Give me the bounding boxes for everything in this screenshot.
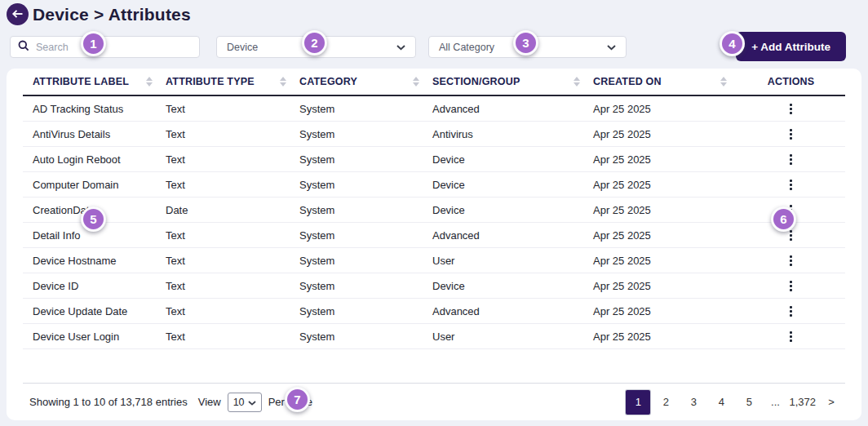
category-cell: System xyxy=(299,179,432,191)
row-actions-kebab-icon[interactable] xyxy=(783,330,799,344)
attribute-type-cell: Text xyxy=(166,331,299,343)
created-on-cell: Apr 25 2025 xyxy=(593,204,740,216)
actions-cell xyxy=(740,178,842,192)
column-header-attribute-type[interactable]: ATTRIBUTE TYPE xyxy=(166,76,299,87)
column-header-actions: ACTIONS xyxy=(740,76,842,87)
view-label: View xyxy=(198,396,221,408)
back-button[interactable] xyxy=(7,3,29,25)
row-actions-kebab-icon[interactable] xyxy=(783,127,799,141)
annotation-badge-1: 1 xyxy=(81,31,106,56)
attribute-type-cell: Text xyxy=(166,229,299,242)
category-cell: System xyxy=(299,280,432,292)
section-group-cell: User xyxy=(432,255,593,267)
table-row: AntiVirus Details Text System Antivirus … xyxy=(23,122,845,147)
kebab-dot xyxy=(790,158,792,161)
kebab-dot xyxy=(790,133,792,135)
page-button-last[interactable]: 1,372 xyxy=(789,390,816,415)
search-icon xyxy=(18,40,29,55)
attribute-type-cell: Date xyxy=(166,204,299,216)
annotation-badge-4: 4 xyxy=(720,31,745,56)
attribute-label-cell: Computer Domain xyxy=(33,179,166,191)
attribute-label-cell: Device ID xyxy=(33,280,166,292)
column-header-category[interactable]: CATEGORY xyxy=(299,76,432,87)
row-actions-kebab-icon[interactable] xyxy=(783,279,799,293)
attribute-type-cell: Text xyxy=(166,255,299,267)
sort-down-triangle xyxy=(146,82,153,87)
table-row: CreationDate Date System Device Apr 25 2… xyxy=(23,197,845,223)
kebab-dot xyxy=(790,108,792,110)
kebab-dot xyxy=(790,230,792,233)
section-group-cell: Device xyxy=(432,179,593,191)
annotation-badge-6: 6 xyxy=(771,206,796,232)
page-button-3[interactable]: 3 xyxy=(681,390,706,415)
module-select-value: Device xyxy=(227,42,258,53)
sort-up-triangle xyxy=(280,77,286,81)
actions-cell xyxy=(740,102,842,116)
attribute-label-cell: Auto Login Reboot xyxy=(33,153,166,166)
created-on-cell: Apr 25 2025 xyxy=(593,103,740,115)
sort-up-triangle xyxy=(413,77,419,81)
kebab-dot xyxy=(790,129,792,131)
pagination-ellipsis: ... xyxy=(764,396,786,408)
created-on-cell: Apr 25 2025 xyxy=(593,179,740,191)
next-page-button[interactable]: > xyxy=(819,390,844,415)
column-header-attribute-label[interactable]: ATTRIBUTE LABEL xyxy=(33,76,166,87)
actions-cell xyxy=(740,153,842,166)
row-actions-kebab-icon[interactable] xyxy=(783,153,799,166)
created-on-cell: Apr 25 2025 xyxy=(593,255,740,267)
row-actions-kebab-icon[interactable] xyxy=(783,254,799,268)
column-label: ATTRIBUTE LABEL xyxy=(33,76,129,87)
row-actions-kebab-icon[interactable] xyxy=(783,304,799,318)
sort-down-triangle xyxy=(413,82,419,87)
page-button-4[interactable]: 4 xyxy=(709,390,733,415)
kebab-dot xyxy=(790,180,792,182)
add-attribute-button[interactable]: + Add Attribute xyxy=(736,32,846,61)
annotation-badge-5: 5 xyxy=(81,206,106,232)
kebab-dot xyxy=(790,289,792,291)
category-select-value: All Category xyxy=(439,42,494,53)
row-actions-kebab-icon[interactable] xyxy=(783,102,799,116)
sort-down-triangle xyxy=(720,82,727,87)
attribute-type-cell: Text xyxy=(166,128,299,140)
per-page-select[interactable]: 10 xyxy=(228,393,262,412)
actions-cell xyxy=(740,279,842,293)
sort-icon xyxy=(146,77,153,87)
search-input[interactable] xyxy=(36,42,192,53)
sort-icon xyxy=(413,77,419,87)
table-row: Device Hostname Text System User Apr 25 … xyxy=(23,248,845,273)
kebab-dot xyxy=(790,184,792,186)
column-header-created-on[interactable]: CREATED ON xyxy=(593,76,740,87)
chevron-down-icon xyxy=(396,42,405,53)
section-group-cell: Antivirus xyxy=(432,128,593,140)
kebab-dot xyxy=(790,339,792,342)
sort-up-triangle xyxy=(720,77,727,81)
actions-cell xyxy=(740,330,842,344)
page-button-5[interactable]: 5 xyxy=(737,390,761,415)
attribute-label-cell: Detail Info xyxy=(33,229,166,242)
page-button-2[interactable]: 2 xyxy=(653,390,678,415)
page-header: Device > Attributes xyxy=(7,3,191,25)
table-row: AD Tracking Status Text System Advanced … xyxy=(23,96,845,122)
table-footer: Showing 1 to 10 of 13,718 entries View 1… xyxy=(23,383,845,420)
page-button-1[interactable]: 1 xyxy=(626,390,650,415)
created-on-cell: Apr 25 2025 xyxy=(593,331,740,343)
section-group-cell: Device xyxy=(432,153,593,166)
table-row: Device ID Text System Device Apr 25 2025 xyxy=(23,273,845,299)
sort-icon xyxy=(574,77,580,87)
attributes-page: Device > Attributes Device All Category … xyxy=(0,0,868,426)
sort-up-triangle xyxy=(146,77,153,81)
column-label: ACTIONS xyxy=(768,76,815,87)
showing-entries-text: Showing 1 to 10 of 13,718 entries xyxy=(29,396,188,408)
table-row: Device Update Date Text System Advanced … xyxy=(23,299,845,324)
kebab-dot xyxy=(790,255,792,258)
kebab-dot xyxy=(790,281,792,283)
per-page-value: 10 xyxy=(233,397,245,408)
attribute-label-cell: Device User Login xyxy=(33,331,166,343)
category-cell: System xyxy=(299,204,432,216)
attribute-type-cell: Text xyxy=(166,280,299,292)
kebab-dot xyxy=(790,104,792,106)
row-actions-kebab-icon[interactable] xyxy=(783,178,799,192)
attribute-type-cell: Text xyxy=(166,179,299,191)
kebab-dot xyxy=(790,314,792,317)
column-header-section-group[interactable]: SECTION/GROUP xyxy=(432,76,593,87)
